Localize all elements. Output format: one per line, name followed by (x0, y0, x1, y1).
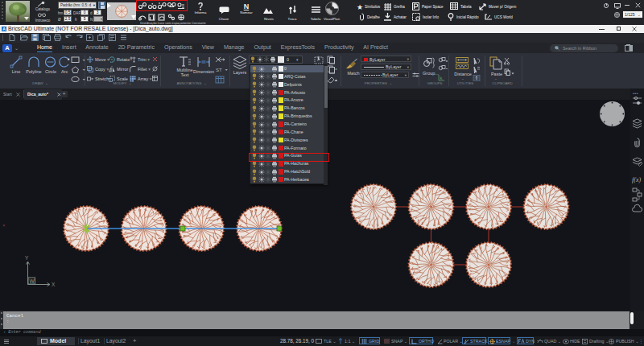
svg-text:×: × (2, 223, 6, 228)
svg-text:f(x): f(x) (632, 176, 641, 183)
svg-text:k: k (440, 76, 444, 80)
svg-text:W: W (30, 278, 35, 284)
svg-text:X: X (52, 282, 56, 287)
svg-text:ST: ST (216, 68, 222, 72)
svg-text:Y: Y (25, 255, 29, 261)
